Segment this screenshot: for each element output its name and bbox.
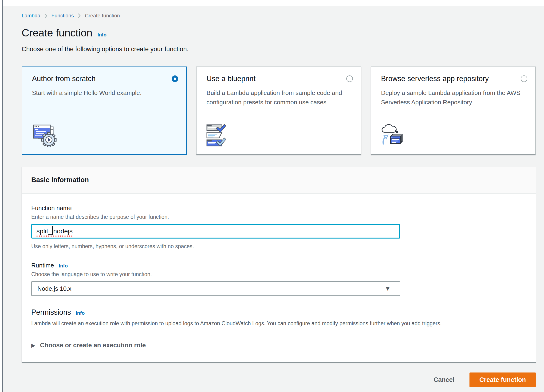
breadcrumb: Lambda Functions Create function xyxy=(22,13,536,19)
author-from-scratch-icon xyxy=(32,124,178,147)
card-title: Browse serverless app repository xyxy=(381,75,489,83)
function-name-label: Function name xyxy=(31,205,526,212)
radio-unselected-icon[interactable] xyxy=(346,76,353,82)
radio-unselected-icon[interactable] xyxy=(521,76,527,82)
window-left-edge xyxy=(0,0,2,392)
window-left-divider xyxy=(2,0,3,392)
runtime-info-link[interactable]: Info xyxy=(59,263,68,269)
create-function-page: Lambda Functions Create function Create … xyxy=(0,0,544,387)
breadcrumb-current: Create function xyxy=(85,13,120,19)
input-text-after-cursor: nodejs xyxy=(53,228,73,235)
card-browse-serverless-app-repository[interactable]: Browse serverless app repository Deploy … xyxy=(371,66,536,155)
breadcrumb-lambda[interactable]: Lambda xyxy=(22,13,41,19)
permissions-info-link[interactable]: Info xyxy=(76,310,85,316)
function-name-input[interactable]: split_nodejs xyxy=(31,224,400,239)
card-author-from-scratch[interactable]: Author from scratch Start with a simple … xyxy=(22,66,187,155)
serverless-repo-icon xyxy=(381,124,527,147)
permissions-heading: Permissions xyxy=(31,308,71,316)
card-description: Start with a simple Hello World example. xyxy=(32,88,173,98)
panel-header: Basic information xyxy=(22,167,536,194)
create-function-button[interactable]: Create function xyxy=(469,373,536,387)
dropdown-caret-icon: ▼ xyxy=(384,285,391,292)
breadcrumb-functions[interactable]: Functions xyxy=(52,13,74,19)
card-description: Deploy a sample Lambda application from … xyxy=(381,88,522,107)
expander-arrow-icon: ▶ xyxy=(31,342,35,349)
card-title: Author from scratch xyxy=(32,75,95,83)
function-name-hint: Use only letters, numbers, hyphens, or u… xyxy=(31,243,526,250)
page-subtitle: Choose one of the following options to c… xyxy=(22,46,536,53)
title-info-link[interactable]: Info xyxy=(98,32,106,38)
panel-title: Basic information xyxy=(31,176,526,184)
card-title: Use a blueprint xyxy=(207,75,255,83)
runtime-select[interactable]: Node.js 10.x ▼ xyxy=(31,281,400,296)
creation-option-cards: Author from scratch Start with a simple … xyxy=(22,66,536,155)
chevron-right-icon xyxy=(45,13,47,18)
blueprint-icon xyxy=(207,124,353,147)
expander-label: Choose or create an execution role xyxy=(40,342,146,349)
basic-information-panel: Basic information Function name Enter a … xyxy=(22,167,536,363)
panel-body: Function name Enter a name that describe… xyxy=(22,194,536,362)
chevron-right-icon xyxy=(78,13,81,18)
input-text-before-cursor: split_ xyxy=(36,228,52,235)
runtime-label: Runtime xyxy=(31,262,54,269)
footer-actions: Cancel Create function xyxy=(22,373,536,387)
runtime-selected-value: Node.js 10.x xyxy=(37,285,71,292)
runtime-description: Choose the language to use to write your… xyxy=(31,271,526,278)
card-use-a-blueprint[interactable]: Use a blueprint Build a Lambda applicati… xyxy=(196,66,361,155)
radio-selected-icon[interactable] xyxy=(171,76,178,82)
permissions-description: Lambda will create an execution role wit… xyxy=(31,320,526,327)
cancel-button[interactable]: Cancel xyxy=(433,376,455,384)
page-title: Create function xyxy=(22,27,92,39)
execution-role-expander[interactable]: ▶ Choose or create an execution role xyxy=(31,342,526,351)
function-name-description: Enter a name that describes the purpose … xyxy=(31,214,526,220)
card-description: Build a Lambda application from sample c… xyxy=(207,88,348,107)
text-cursor xyxy=(52,226,53,235)
